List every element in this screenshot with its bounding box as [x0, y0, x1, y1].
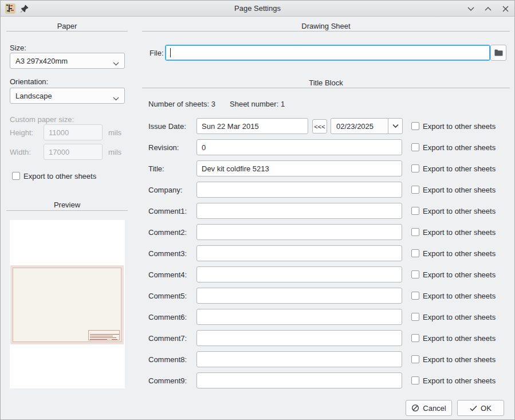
- paper-export-checkbox[interactable]: [12, 172, 20, 180]
- export-label: Export to other sheets: [423, 143, 496, 152]
- comment7-input[interactable]: [196, 330, 402, 346]
- width-unit: mils: [108, 148, 121, 156]
- export-label: Export to other sheets: [423, 313, 496, 321]
- orientation-select[interactable]: Landscape: [10, 88, 125, 104]
- paper-panel: Paper Size: A3 297x420mm Orientation: La…: [6, 17, 128, 420]
- folder-icon: [494, 49, 503, 56]
- comment5-export-checkbox[interactable]: [411, 292, 419, 300]
- title-input[interactable]: [196, 160, 402, 176]
- field-label: Revision:: [148, 143, 179, 152]
- export-label: Export to other sheets: [423, 249, 496, 258]
- browse-file-button[interactable]: [490, 45, 506, 61]
- paper-header: Paper: [6, 22, 128, 30]
- date-picker-dropdown[interactable]: [388, 119, 402, 134]
- paper-header-divider: [6, 31, 128, 32]
- company-input[interactable]: [196, 182, 402, 198]
- sheet-number: Sheet number: 1: [230, 100, 285, 108]
- comment6-export-checkbox[interactable]: [411, 313, 419, 321]
- title-block-divider: [142, 88, 510, 88]
- titlebar[interactable]: Page Settings: [1, 1, 514, 17]
- comment8-export-checkbox[interactable]: [411, 355, 419, 363]
- comment7-export-checkbox[interactable]: [411, 334, 419, 342]
- field-label: Comment5:: [148, 292, 187, 300]
- size-label: Size:: [10, 44, 26, 52]
- preview-sheet: [10, 265, 124, 344]
- custom-paper-size-label: Custom paper size:: [10, 115, 74, 124]
- field-label: Company:: [148, 186, 182, 194]
- maximize-icon[interactable]: [483, 4, 493, 13]
- title-block-header: Title Block: [142, 78, 510, 87]
- export-label: Export to other sheets: [423, 164, 496, 173]
- height-label: Height:: [10, 128, 33, 137]
- issue-date-label: Issue Date:: [148, 122, 186, 131]
- chevron-down-icon: [113, 94, 119, 103]
- preview-sheet-frame: [13, 268, 121, 342]
- sheet-settings-panel: Drawing Sheet File: Title Block Number o…: [142, 17, 510, 420]
- comment6-input[interactable]: [196, 309, 402, 325]
- comment3-input[interactable]: [196, 245, 402, 261]
- field-label: Comment6:: [148, 313, 187, 321]
- height-input[interactable]: [44, 124, 103, 140]
- size-value: A3 297x420mm: [15, 57, 68, 65]
- copy-date-button[interactable]: <<<: [312, 119, 327, 134]
- comment4-input[interactable]: [196, 266, 402, 282]
- field-label: Title:: [148, 164, 164, 173]
- comment8-input[interactable]: [196, 351, 402, 367]
- revision-input[interactable]: [196, 139, 402, 155]
- cancel-label: Cancel: [423, 404, 446, 413]
- size-select[interactable]: A3 297x420mm: [10, 53, 125, 69]
- chevron-down-icon: [113, 59, 119, 68]
- issue-date-export-checkbox[interactable]: [411, 122, 419, 130]
- close-icon[interactable]: [501, 4, 510, 13]
- preview-header: Preview: [6, 201, 128, 209]
- orientation-value: Landscape: [15, 92, 52, 100]
- comment1-export-checkbox[interactable]: [411, 207, 419, 215]
- title-export-checkbox[interactable]: [411, 164, 419, 172]
- file-input[interactable]: [165, 45, 490, 61]
- cancel-button[interactable]: Cancel: [406, 400, 452, 416]
- comment4-export-checkbox[interactable]: [411, 270, 419, 278]
- minimize-icon[interactable]: [466, 4, 475, 13]
- export-label: Export to other sheets: [423, 207, 496, 215]
- comment9-input[interactable]: [196, 372, 402, 388]
- comment1-input[interactable]: [196, 203, 402, 219]
- comment2-input[interactable]: [196, 224, 402, 240]
- ok-icon: [470, 405, 477, 411]
- width-input[interactable]: [44, 144, 103, 160]
- file-label: File:: [150, 49, 164, 57]
- field-label: Comment2:: [148, 228, 187, 237]
- height-unit: mils: [108, 128, 121, 137]
- comment5-input[interactable]: [196, 288, 402, 304]
- chevron-down-icon: [392, 124, 399, 128]
- export-label: Export to other sheets: [423, 228, 496, 237]
- ok-button[interactable]: OK: [457, 400, 504, 416]
- field-label: Comment7:: [148, 334, 187, 343]
- width-label: Width:: [10, 148, 31, 156]
- export-label: Export to other sheets: [423, 355, 496, 364]
- cancel-icon: [411, 404, 419, 412]
- field-label: Comment1:: [148, 207, 187, 215]
- export-label: Export to other sheets: [423, 334, 496, 343]
- drawing-sheet-header: Drawing Sheet: [142, 22, 510, 30]
- ok-label: OK: [481, 404, 492, 413]
- issue-date-input[interactable]: [196, 118, 308, 134]
- preview-header-divider: [6, 210, 128, 211]
- paper-export-label: Export to other sheets: [23, 172, 96, 180]
- export-label: Export to other sheets: [423, 270, 496, 279]
- field-label: Comment8:: [148, 355, 187, 364]
- window-title: Page Settings: [1, 4, 514, 13]
- date-picker-value: 02/23/2025: [336, 122, 374, 131]
- date-picker[interactable]: 02/23/2025: [331, 118, 403, 134]
- orientation-label: Orientation:: [10, 77, 48, 86]
- comment3-export-checkbox[interactable]: [411, 249, 419, 257]
- copy-date-label: <<<: [314, 123, 325, 130]
- preview-title-block: [88, 330, 120, 340]
- number-of-sheets: Number of sheets: 3: [148, 100, 215, 108]
- comment9-export-checkbox[interactable]: [411, 376, 419, 384]
- export-label: Export to other sheets: [423, 186, 496, 194]
- comment2-export-checkbox[interactable]: [411, 228, 419, 236]
- field-label: Comment3:: [148, 249, 187, 258]
- drawing-sheet-divider: [142, 31, 510, 32]
- company-export-checkbox[interactable]: [411, 186, 419, 194]
- revision-export-checkbox[interactable]: [411, 143, 419, 151]
